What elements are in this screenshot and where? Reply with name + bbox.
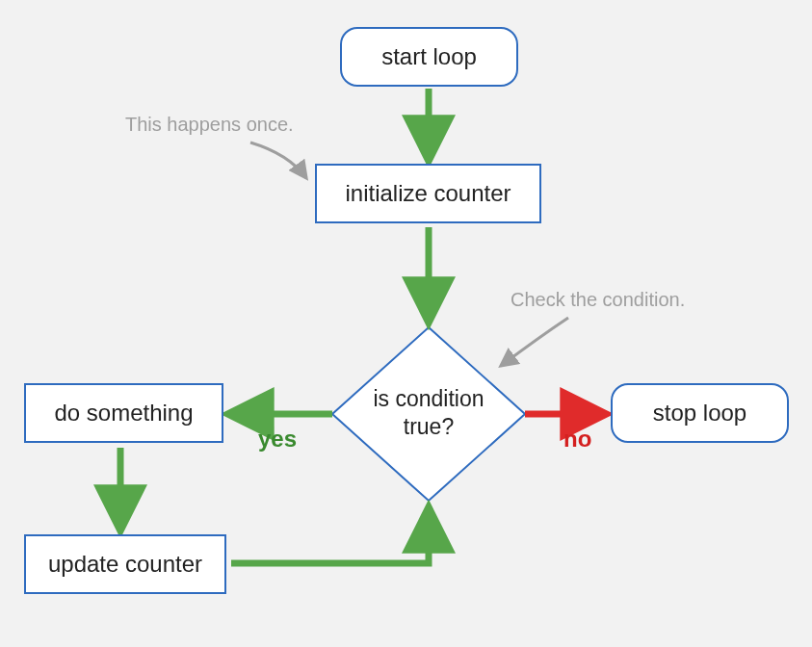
flowchart-canvas: start loop initialize counter is conditi… <box>0 0 812 647</box>
node-initialize: initialize counter <box>315 164 541 223</box>
node-start: start loop <box>340 27 518 87</box>
node-stop: stop loop <box>611 383 789 443</box>
edge-label-no: no <box>563 426 591 453</box>
annot-check-arrow <box>501 318 568 366</box>
node-stop-label: stop loop <box>653 400 747 427</box>
node-do-something: do something <box>24 383 223 443</box>
node-update-label: update counter <box>48 551 202 579</box>
annotation-check: Check the condition. <box>511 289 685 311</box>
annot-once-arrow <box>250 142 306 178</box>
annotation-once: This happens once. <box>125 114 294 136</box>
node-do-label: do something <box>54 400 193 427</box>
edge-update-to-condition <box>231 508 429 563</box>
edge-label-yes: yes <box>258 426 297 453</box>
node-condition-text: is condition true? <box>352 385 506 441</box>
node-start-label: start loop <box>381 43 477 71</box>
node-condition-line1: is condition <box>373 386 484 411</box>
node-update-counter: update counter <box>24 534 226 594</box>
node-initialize-label: initialize counter <box>345 180 511 208</box>
node-condition-line2: true? <box>404 414 454 439</box>
